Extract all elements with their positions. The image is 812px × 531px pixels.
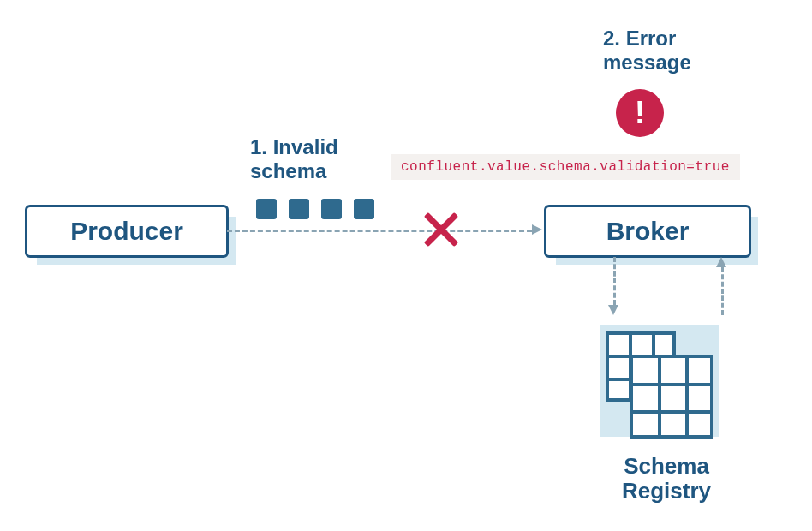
broker-label: Broker	[606, 217, 690, 246]
message-icon	[321, 199, 342, 219]
callout-line2: schema	[250, 159, 326, 182]
error-badge-icon: !	[616, 89, 664, 137]
callout-invalid-schema: 1. Invalid schema	[250, 135, 338, 182]
message-icon	[354, 199, 374, 219]
registry-to-broker-arrowhead	[716, 257, 726, 267]
sr-line2: Registry	[622, 478, 711, 504]
producer-to-broker-arrowhead	[532, 224, 542, 235]
broker-box: Broker	[544, 205, 751, 258]
error-badge-glyph: !	[635, 95, 645, 131]
producer-box: Producer	[25, 205, 229, 258]
schema-registry-label: Schema Registry	[589, 454, 743, 503]
producer-to-broker-line	[227, 230, 532, 232]
producer-label: Producer	[70, 217, 183, 246]
cross-icon	[423, 212, 459, 248]
callout-line1: 1. Invalid	[250, 135, 338, 158]
broker-to-registry-line	[613, 257, 616, 305]
registry-to-broker-line	[721, 267, 724, 315]
broker-to-registry-arrowhead	[608, 305, 618, 315]
grid-icon-front	[630, 355, 713, 439]
callout-error-message: 2. Error message	[603, 27, 691, 74]
callout-line2: message	[603, 51, 691, 74]
message-icon	[256, 199, 277, 219]
diagram-stage: Producer Broker 1. Invalid schema 2. Err…	[0, 0, 812, 531]
message-icon	[289, 199, 309, 219]
callout-line1: 2. Error	[603, 27, 676, 50]
sr-line1: Schema	[624, 453, 709, 479]
config-property: confluent.value.schema.validation=true	[391, 154, 740, 180]
